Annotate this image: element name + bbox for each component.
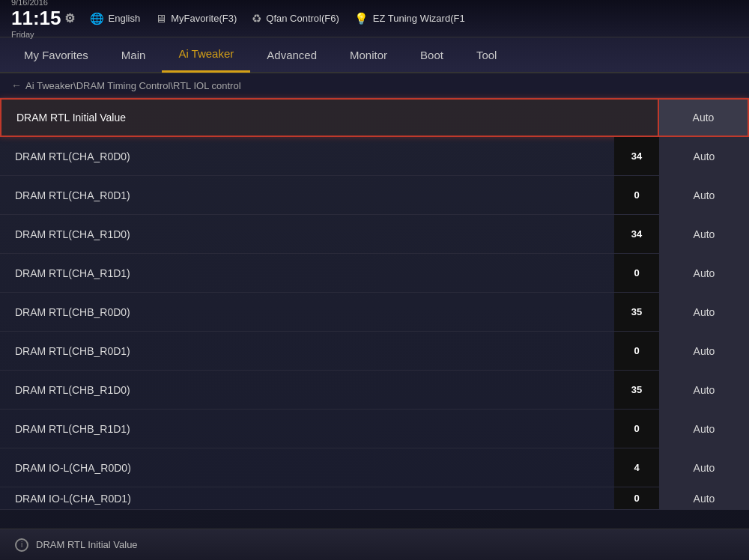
bottom-description-text: DRAM RTL Initial Value <box>36 539 138 550</box>
row-value-num: 0 <box>614 410 659 448</box>
table-row[interactable]: DRAM RTL(CHA_R0D1) 0 Auto <box>0 176 749 215</box>
my-favorite-label: MyFavorite(F3) <box>171 13 237 24</box>
datetime-display: 9/16/2016 11:15 ⚙ Friday <box>11 0 75 39</box>
row-value-auto[interactable]: Auto <box>658 100 748 136</box>
qfan-control-button[interactable]: ♻ Qfan Control(F6) <box>252 12 339 25</box>
top-bar-items: 🌐 English 🖥 MyFavorite(F3) ♻ Qfan Contro… <box>90 12 739 25</box>
fan-icon: ♻ <box>252 12 261 25</box>
nav-monitor[interactable]: Monitor <box>333 37 404 73</box>
qfan-label: Qfan Control(F6) <box>266 13 339 24</box>
language-label: English <box>109 13 141 24</box>
row-label: DRAM RTL Initial Value <box>1 112 658 124</box>
row-value-auto[interactable]: Auto <box>659 215 749 253</box>
table-row[interactable]: DRAM RTL(CHA_R0D0) 34 Auto <box>0 137 749 176</box>
ez-tuning-label: EZ Tuning Wizard(F1 <box>373 13 465 24</box>
table-row[interactable]: DRAM IO-L(CHA_R0D0) 4 Auto <box>0 448 749 487</box>
row-value-num: 0 <box>614 176 659 214</box>
nav-bar: My Favorites Main Ai Tweaker Advanced Mo… <box>0 37 749 73</box>
table-row[interactable]: DRAM RTL(CHA_R1D0) 34 Auto <box>0 215 749 254</box>
globe-icon: 🌐 <box>90 12 104 25</box>
nav-tool[interactable]: Tool <box>460 37 514 73</box>
monitor-icon: 🖥 <box>155 12 166 25</box>
row-label: DRAM RTL(CHB_R0D1) <box>0 345 614 357</box>
nav-advanced[interactable]: Advanced <box>250 37 333 73</box>
row-value-num: 0 <box>614 254 659 292</box>
row-value-auto[interactable]: Auto <box>659 448 749 487</box>
nav-my-favorites[interactable]: My Favorites <box>7 37 105 73</box>
row-value-auto[interactable]: Auto <box>659 410 749 448</box>
row-value-auto[interactable]: Auto <box>659 293 749 331</box>
table-row[interactable]: DRAM RTL(CHB_R0D0) 35 Auto <box>0 293 749 332</box>
table-row[interactable]: DRAM RTL Initial Value Auto <box>0 98 749 137</box>
table-row[interactable]: DRAM RTL(CHA_R1D1) 0 Auto <box>0 254 749 293</box>
gear-icon: ⚙ <box>64 11 75 25</box>
breadcrumb: ← Ai Tweaker\DRAM Timing Control\RTL IOL… <box>0 73 749 98</box>
row-value-auto[interactable]: Auto <box>659 371 749 409</box>
row-label: DRAM RTL(CHB_R0D0) <box>0 306 614 318</box>
row-label: DRAM RTL(CHB_R1D0) <box>0 384 614 396</box>
row-label: DRAM IO-L(CHA_R0D1) <box>0 493 614 505</box>
row-value-num: 0 <box>614 332 659 370</box>
row-label: DRAM RTL(CHB_R1D1) <box>0 423 614 435</box>
row-value-auto[interactable]: Auto <box>659 487 749 509</box>
row-value-auto[interactable]: Auto <box>659 176 749 214</box>
row-label: DRAM RTL(CHA_R0D1) <box>0 189 614 201</box>
table-row[interactable]: DRAM RTL(CHB_R1D1) 0 Auto <box>0 410 749 448</box>
row-value-num: 4 <box>614 448 659 487</box>
row-label: DRAM RTL(CHA_R1D1) <box>0 267 614 279</box>
row-value-num: 35 <box>614 371 659 409</box>
language-selector[interactable]: 🌐 English <box>90 12 141 25</box>
my-favorite-button[interactable]: 🖥 MyFavorite(F3) <box>155 12 237 25</box>
row-value-num: 34 <box>614 215 659 253</box>
row-label: DRAM RTL(CHA_R0D0) <box>0 150 614 162</box>
ez-tuning-button[interactable]: 💡 EZ Tuning Wizard(F1 <box>354 12 465 25</box>
row-value-auto[interactable]: Auto <box>659 254 749 292</box>
table-row[interactable]: DRAM RTL(CHB_R1D0) 35 Auto <box>0 371 749 410</box>
date-display: 9/16/2016 <box>11 0 75 7</box>
row-value-num: 34 <box>614 137 659 175</box>
row-label: DRAM IO-L(CHA_R0D0) <box>0 462 614 474</box>
time-display: 11:15 ⚙ <box>11 7 75 30</box>
bottom-description-bar: i DRAM RTL Initial Value <box>0 529 749 560</box>
settings-table: DRAM RTL Initial Value Auto DRAM RTL(CHA… <box>0 98 749 510</box>
nav-boot[interactable]: Boot <box>404 37 460 73</box>
nav-main[interactable]: Main <box>105 37 163 73</box>
breadcrumb-path: Ai Tweaker\DRAM Timing Control\RTL IOL c… <box>25 80 241 91</box>
info-icon: i <box>15 538 28 552</box>
row-label: DRAM RTL(CHA_R1D0) <box>0 228 614 240</box>
back-arrow[interactable]: ← <box>11 79 22 91</box>
row-value-auto[interactable]: Auto <box>659 332 749 370</box>
table-row[interactable]: DRAM RTL(CHB_R0D1) 0 Auto <box>0 332 749 371</box>
table-row[interactable]: DRAM IO-L(CHA_R0D1) 0 Auto <box>0 487 749 510</box>
row-value-auto[interactable]: Auto <box>659 137 749 175</box>
top-bar: 9/16/2016 11:15 ⚙ Friday 🌐 English 🖥 MyF… <box>0 0 749 37</box>
nav-ai-tweaker[interactable]: Ai Tweaker <box>162 37 250 73</box>
row-value-num: 35 <box>614 293 659 331</box>
bulb-icon: 💡 <box>354 12 369 25</box>
row-value-num: 0 <box>614 487 659 509</box>
